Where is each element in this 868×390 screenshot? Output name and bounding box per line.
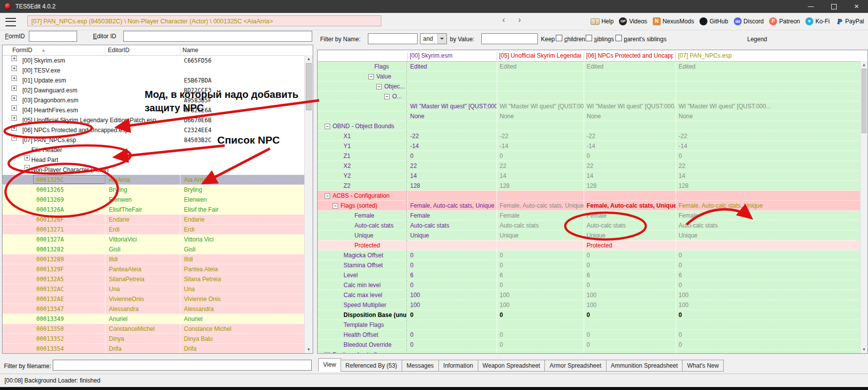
npc-row-000132AC[interactable]: 000132ACUnaUna xyxy=(2,284,313,294)
collapse-icon[interactable] xyxy=(11,135,17,141)
filter-filename-input[interactable] xyxy=(53,360,312,371)
field-value[interactable]: 0 xyxy=(497,330,584,340)
field-value[interactable]: 100 xyxy=(584,300,676,310)
field-value[interactable]: 6 xyxy=(584,270,676,280)
field-value[interactable]: 0 xyxy=(497,280,584,290)
field-value[interactable] xyxy=(584,91,676,101)
tab-ammunition-spreadsheet[interactable]: Ammunition Spreadsheet xyxy=(607,360,683,372)
link-nexusmods[interactable]: NNexusMods xyxy=(653,17,694,25)
field-value[interactable]: 0 xyxy=(407,340,497,350)
compare-row-calc-max-level[interactable]: Calc max level100100100100 xyxy=(318,290,868,300)
compare-table-header[interactable]: [00] Skyrim.esm[05] Unofficial Skyrim Le… xyxy=(318,50,868,62)
field-value[interactable]: Unique xyxy=(407,231,497,240)
editorid-input[interactable] xyxy=(123,31,312,42)
field-value[interactable]: Unique xyxy=(676,231,861,240)
field-value[interactable]: 0 xyxy=(407,280,497,290)
expand-icon[interactable] xyxy=(11,125,17,131)
field-value[interactable]: 128 xyxy=(584,181,676,191)
field-value[interactable] xyxy=(584,191,676,201)
field-value[interactable]: Auto-calc stats xyxy=(584,221,676,231)
field-value[interactable] xyxy=(497,191,584,201)
field-value[interactable]: -22 xyxy=(584,131,676,141)
field-value[interactable]: 0 xyxy=(584,280,676,290)
field-value[interactable]: Unique xyxy=(497,231,584,240)
npc-row-00013352[interactable]: 00013352DinyaDinya Balu xyxy=(2,334,313,344)
tree-row-file[interactable]: [02] Dawnguard.esmBD72CCF3 xyxy=(2,85,313,95)
field-value[interactable]: 0 xyxy=(676,340,861,350)
compare-row-z2[interactable]: Z2128128128128 xyxy=(318,181,868,191)
compare-col-header[interactable]: [07] PAN_NPCs.esp xyxy=(678,52,859,59)
tab-messages[interactable]: Messages xyxy=(402,360,439,372)
field-value[interactable]: Edited xyxy=(584,62,676,72)
compare-row-obnd-object-bounds[interactable]: OBND - Object Bounds xyxy=(318,121,868,131)
compare-row-female[interactable]: FemaleFemaleFemaleFemaleFemale xyxy=(318,211,868,221)
compare-row-x2[interactable]: X222222222 xyxy=(318,161,868,171)
field-value[interactable]: 14 xyxy=(497,171,584,181)
field-value[interactable] xyxy=(407,240,497,250)
col-name[interactable]: Name xyxy=(182,47,198,54)
field-value[interactable] xyxy=(407,81,497,91)
compare-row-stamina-offset[interactable]: Stamina Offset0000 xyxy=(318,260,868,270)
compare-row-z1[interactable]: Z10000 xyxy=(318,151,868,161)
filter-operator-select[interactable]: and xyxy=(420,33,447,44)
field-value[interactable]: Female xyxy=(584,211,676,221)
field-value[interactable] xyxy=(676,72,861,81)
compare-row-calc-min-level[interactable]: Calc min level0000 xyxy=(318,280,868,290)
expand-icon[interactable] xyxy=(11,95,17,101)
field-value[interactable] xyxy=(676,191,861,201)
field-value[interactable]: 100 xyxy=(497,290,584,300)
field-value[interactable] xyxy=(497,81,584,91)
field-value[interactable]: Edited xyxy=(497,62,584,72)
field-value[interactable]: -22 xyxy=(676,131,861,141)
compare-row-acbs-configuration[interactable]: ACBS - Configuration xyxy=(318,191,868,201)
compare-row-y1[interactable]: Y1-14-14-14-14 xyxy=(318,141,868,151)
field-value[interactable]: Female xyxy=(676,211,861,221)
field-value[interactable] xyxy=(584,121,676,131)
field-value[interactable]: 14 xyxy=(584,171,676,181)
npc-row-0001329F[interactable]: 0001329FPanteaAteiaPantea Ateia xyxy=(2,264,313,274)
field-value[interactable]: Female, Auto-calc stats, Unique xyxy=(676,201,861,211)
field-value[interactable]: Unique xyxy=(584,231,676,240)
expand-icon[interactable] xyxy=(11,85,17,91)
filter-value-input[interactable] xyxy=(481,33,538,44)
link-discord[interactable]: ooDiscord xyxy=(734,17,764,25)
field-value[interactable]: 128 xyxy=(676,181,861,191)
collapse-icon[interactable] xyxy=(384,94,390,99)
scroll-up-icon[interactable]: ▲ xyxy=(861,61,868,69)
field-value[interactable]: 100 xyxy=(407,300,497,310)
tab-weapon-spreadsheet[interactable]: Weapon Spreadsheet xyxy=(478,360,545,372)
npc-row-00013271[interactable]: 00013271ErdiErdi xyxy=(2,225,313,234)
tab-information[interactable]: Information xyxy=(439,360,478,372)
field-value[interactable]: 0 xyxy=(584,340,676,350)
link-ko-fi[interactable]: ♥Ko-Fi xyxy=(805,17,830,25)
compare-col-header[interactable]: [06] NPCs Protected and Uncappe... xyxy=(586,52,673,59)
menu-icon[interactable] xyxy=(5,18,16,26)
close-button[interactable]: ✕ xyxy=(845,0,868,13)
compare-row-value[interactable]: NoneNoneNoneNone xyxy=(318,111,868,121)
field-value[interactable]: None xyxy=(497,111,584,121)
field-value[interactable] xyxy=(676,121,861,131)
field-value[interactable]: 0 xyxy=(407,310,497,320)
field-value[interactable] xyxy=(497,320,584,330)
right-scrollbar[interactable]: ▲ ▼ xyxy=(860,61,868,353)
npc-row-00013354[interactable]: 00013354DrifaDrifa xyxy=(2,344,313,354)
npc-row-00013269[interactable]: 00013269ElenwenElenwen xyxy=(2,195,313,205)
compare-row-disposition-base-unused-[interactable]: Disposition Base (unused)0000 xyxy=(318,310,868,320)
collapse-icon[interactable] xyxy=(333,203,338,209)
npc-row-000132AE[interactable]: 000132AEVivienneOnisVivienne Onis xyxy=(2,294,313,304)
tab-armor-spreadsheet[interactable]: Armor Spreadsheet xyxy=(545,360,606,372)
field-value[interactable]: WI "Master WI quest" [QUST:000... xyxy=(407,101,497,111)
field-value[interactable]: 0 xyxy=(676,260,861,270)
compare-row-x1[interactable]: X1-22-22-22-22 xyxy=(318,131,868,141)
field-value[interactable]: Female, Auto-calc stats, Unique xyxy=(497,201,584,211)
compare-row-value[interactable]: WI "Master WI quest" [QUST:000...WI "Mas… xyxy=(318,101,868,111)
field-value[interactable] xyxy=(497,91,584,101)
field-value[interactable]: 0 xyxy=(676,330,861,340)
field-value[interactable]: 0 xyxy=(497,151,584,161)
link-github[interactable]: GitHub xyxy=(699,17,728,25)
npc-row-0001327A[interactable]: 0001327AVittoriaViciVittoria Vici xyxy=(2,234,313,244)
field-value[interactable] xyxy=(407,91,497,101)
checkbox-children[interactable] xyxy=(556,35,562,41)
checkbox-siblings[interactable] xyxy=(586,35,592,41)
field-value[interactable]: 0 xyxy=(676,250,861,260)
